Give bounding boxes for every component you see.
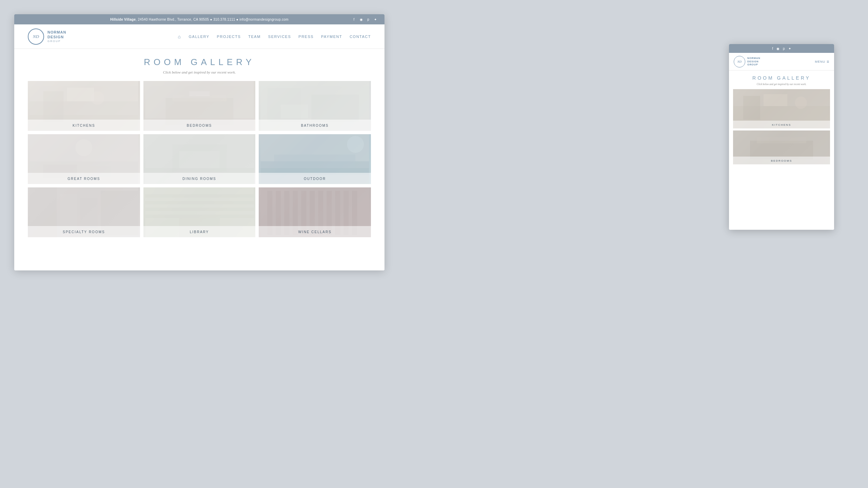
bedrooms-label: BEDROOMS <box>143 120 256 131</box>
mobile-instagram-icon[interactable]: ◉ <box>776 47 780 50</box>
mobile-gallery-cell-kitchens[interactable]: KITCHENS <box>733 89 830 128</box>
library-label: LIBRARY <box>143 226 256 237</box>
page-title: ROOM GALLERY <box>28 57 371 67</box>
facebook-icon[interactable]: f <box>352 17 356 22</box>
topbar-address: Hillside Village, 24540 Hawthorne Blvd.,… <box>110 18 289 21</box>
svg-rect-55 <box>743 96 760 120</box>
svg-rect-56 <box>764 94 787 106</box>
svg-rect-60 <box>757 137 806 143</box>
mobile-page-subtitle: Click below and get inspired by our rece… <box>733 83 830 86</box>
svg-rect-36 <box>145 201 254 204</box>
mobile-logo-text: NORMAN DESIGN GROUP <box>747 57 761 66</box>
gallery-cell-kitchens[interactable]: KITCHENS <box>28 81 140 131</box>
page-subtitle: Click below and get inspired by our rece… <box>28 70 371 74</box>
svg-rect-13 <box>312 95 359 122</box>
winecellars-label: WINE CELLARS <box>259 226 371 237</box>
mobile-topbar: f ◉ p ✦ <box>729 44 834 53</box>
diningrooms-label: DINING ROOMS <box>143 173 256 184</box>
kitchens-label: KITCHENS <box>28 120 140 131</box>
mobile-menu-button[interactable]: MENU ≡ <box>815 59 829 64</box>
gallery-cell-diningrooms[interactable]: DINING ROOMS <box>143 134 256 184</box>
svg-rect-23 <box>179 151 220 168</box>
gallery-cell-library[interactable]: LIBRARY <box>143 187 256 237</box>
hamburger-icon: ≡ <box>827 59 829 64</box>
mobile-page-title: ROOM GALLERY <box>733 75 830 81</box>
svg-rect-35 <box>145 194 254 198</box>
svg-point-4 <box>91 91 104 105</box>
svg-rect-37 <box>145 208 254 211</box>
logo-text: NORMAN DESIGN GROUP <box>47 30 66 43</box>
desktop-browser-window: Hillside Village, 24540 Hawthorne Blvd.,… <box>14 14 384 270</box>
gallery-cell-bathrooms[interactable]: BATHROOMS <box>259 81 371 131</box>
houzz-icon[interactable]: ✦ <box>373 17 378 22</box>
svg-rect-10 <box>189 91 210 96</box>
mobile-content: ROOM GALLERY Click below and get inspire… <box>729 70 834 230</box>
svg-rect-3 <box>67 88 94 101</box>
desktop-header: ND NORMAN DESIGN GROUP ⌂ GALLERY PROJECT… <box>14 24 384 49</box>
svg-rect-14 <box>281 105 308 118</box>
mobile-pinterest-icon[interactable]: p <box>783 47 785 50</box>
mobile-houzz-icon[interactable]: ✦ <box>788 47 791 50</box>
logo-area[interactable]: ND NORMAN DESIGN GROUP <box>28 28 66 45</box>
nav-gallery[interactable]: GALLERY <box>189 35 210 39</box>
nav-contact[interactable]: CONTACT <box>350 35 371 39</box>
greatrooms-label: GREAT ROOMS <box>28 173 140 184</box>
mobile-kitchens-label: KITCHENS <box>733 121 830 128</box>
nav-services[interactable]: SERVICES <box>268 35 291 39</box>
nav-team[interactable]: TEAM <box>248 35 261 39</box>
mobile-gallery-cell-bedrooms[interactable]: BEDROOMS <box>733 130 830 164</box>
gallery-cell-bedrooms[interactable]: BEDROOMS <box>143 81 256 131</box>
nav-home[interactable]: ⌂ <box>178 34 181 39</box>
gallery-cell-winecellars[interactable]: WINE CELLARS <box>259 187 371 237</box>
gallery-cell-greatrooms[interactable]: GREAT ROOMS <box>28 134 140 184</box>
svg-point-57 <box>795 97 807 109</box>
nav-payment[interactable]: PAYMENT <box>321 35 342 39</box>
outdoor-label: OUTDOOR <box>259 173 371 184</box>
main-nav: ⌂ GALLERY PROJECTS TEAM SERVICES PRESS P… <box>178 34 371 39</box>
bathrooms-label: BATHROOMS <box>259 120 371 131</box>
svg-rect-32 <box>80 198 97 228</box>
gallery-cell-specialty[interactable]: SPECIALTY ROOMS <box>28 187 140 237</box>
desktop-content: ROOM GALLERY Click below and get inspire… <box>14 49 384 270</box>
mobile-bedrooms-label: BEDROOMS <box>733 157 830 164</box>
svg-point-27 <box>347 136 364 153</box>
gallery-cell-outdoor[interactable]: OUTDOOR <box>259 134 371 184</box>
mobile-header: ND NORMAN DESIGN GROUP MENU ≡ <box>729 53 834 70</box>
nav-press[interactable]: PRESS <box>298 35 314 39</box>
instagram-icon[interactable]: ◉ <box>359 17 363 22</box>
mobile-browser-window: f ◉ p ✦ ND NORMAN DESIGN GROUP MENU ≡ RO… <box>729 44 834 230</box>
pinterest-icon[interactable]: p <box>366 17 371 22</box>
mobile-facebook-icon[interactable]: f <box>772 47 773 50</box>
gallery-grid: KITCHENS BEDROOMS <box>28 81 371 237</box>
mobile-gallery-grid: KITCHENS BEDROOMS <box>733 89 830 164</box>
logo-circle: ND <box>28 28 44 45</box>
specialty-label: SPECIALTY ROOMS <box>28 226 140 237</box>
svg-point-17 <box>75 139 92 156</box>
svg-rect-38 <box>145 215 254 218</box>
desktop-topbar: Hillside Village, 24540 Hawthorne Blvd.,… <box>14 14 384 24</box>
nav-projects[interactable]: PROJECTS <box>217 35 241 39</box>
mobile-logo-circle: ND <box>734 56 745 67</box>
svg-rect-26 <box>274 155 356 168</box>
